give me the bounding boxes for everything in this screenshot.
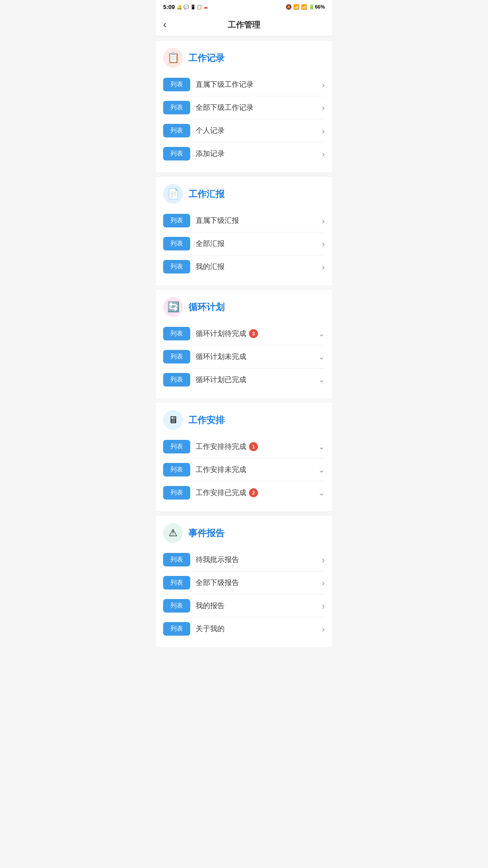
menu-item-incident-reports-3[interactable]: 列表关于我的› <box>163 618 325 640</box>
chevron-right-icon: › <box>322 578 325 588</box>
wifi-icon: 📶 <box>293 4 300 10</box>
section-cycle-plans: 🔄循环计划列表循环计划待完成3⌄列表循环计划未完成⌄列表循环计划已完成⌄ <box>156 290 332 398</box>
chevron-right-icon: › <box>322 239 325 249</box>
list-button-cycle-plans-0[interactable]: 列表 <box>163 327 190 340</box>
section-header-work-schedule: 🖥工作安排 <box>163 410 325 430</box>
list-button-work-reports-0[interactable]: 列表 <box>163 214 190 227</box>
page-title: 工作管理 <box>228 19 260 30</box>
menu-item-cycle-plans-1[interactable]: 列表循环计划未完成⌄ <box>163 345 325 368</box>
section-icon-incident-reports: ⚠ <box>163 523 183 543</box>
menu-item-work-records-3[interactable]: 列表添加记录› <box>163 142 325 165</box>
menu-item-incident-reports-1[interactable]: 列表全部下级报告› <box>163 571 325 594</box>
menu-item-cycle-plans-2[interactable]: 列表循环计划已完成⌄ <box>163 368 325 391</box>
chevron-right-icon: › <box>322 126 325 136</box>
menu-label-cycle-plans-2: 循环计划已完成 <box>196 375 318 385</box>
menu-item-work-reports-2[interactable]: 列表我的汇报› <box>163 255 325 278</box>
section-title-cycle-plans: 循环计划 <box>188 301 225 313</box>
menu-item-work-records-1[interactable]: 列表全部下级工作记录› <box>163 96 325 119</box>
chevron-down-icon: ⌄ <box>318 488 325 498</box>
menu-label-work-reports-0: 直属下级汇报 <box>196 216 322 226</box>
chevron-right-icon: › <box>322 262 325 272</box>
menu-item-work-records-2[interactable]: 列表个人记录› <box>163 119 325 142</box>
menu-label-work-reports-2: 我的汇报 <box>196 262 322 272</box>
menu-label-incident-reports-1: 全部下级报告 <box>196 578 322 588</box>
chevron-down-icon: ⌄ <box>318 329 325 339</box>
page-header: ‹ 工作管理 <box>156 14 332 36</box>
menu-label-incident-reports-3: 关于我的 <box>196 624 322 634</box>
section-header-cycle-plans: 🔄循环计划 <box>163 297 325 317</box>
chevron-down-icon: ⌄ <box>318 375 325 385</box>
list-button-work-schedule-0[interactable]: 列表 <box>163 440 190 453</box>
chevron-right-icon: › <box>322 80 325 90</box>
chevron-down-icon: ⌄ <box>318 352 325 362</box>
list-button-incident-reports-0[interactable]: 列表 <box>163 553 190 566</box>
section-incident-reports: ⚠事件报告列表待我批示报告›列表全部下级报告›列表我的报告›列表关于我的› <box>156 516 332 647</box>
menu-label-work-records-0: 直属下级工作记录 <box>196 80 322 90</box>
menu-item-work-schedule-1[interactable]: 列表工作安排未完成⌄ <box>163 458 325 481</box>
section-work-schedule: 🖥工作安排列表工作安排待完成1⌄列表工作安排未完成⌄列表工作安排已完成2⌄ <box>156 403 332 511</box>
section-header-work-records: 📋工作记录 <box>163 48 325 68</box>
section-title-work-reports: 工作汇报 <box>188 188 225 200</box>
list-button-cycle-plans-1[interactable]: 列表 <box>163 350 190 363</box>
chevron-right-icon: › <box>322 216 325 226</box>
back-button[interactable]: ‹ <box>163 19 166 31</box>
badge-work-schedule-2: 2 <box>249 488 258 497</box>
section-icon-cycle-plans: 🔄 <box>163 297 183 317</box>
list-button-incident-reports-3[interactable]: 列表 <box>163 622 190 636</box>
menu-item-cycle-plans-0[interactable]: 列表循环计划待完成3⌄ <box>163 322 325 345</box>
menu-item-work-schedule-2[interactable]: 列表工作安排已完成2⌄ <box>163 481 325 504</box>
section-title-incident-reports: 事件报告 <box>188 527 225 539</box>
status-bar: 5:09 🔔 💬 📱 📋 ☁ 🔕 📶 📶 🔋66% <box>156 0 332 14</box>
menu-item-incident-reports-2[interactable]: 列表我的报告› <box>163 594 325 618</box>
menu-label-work-records-2: 个人记录 <box>196 126 322 136</box>
list-button-work-schedule-1[interactable]: 列表 <box>163 463 190 476</box>
status-time: 5:09 🔔 💬 📱 📋 ☁ <box>163 4 208 10</box>
menu-label-work-records-1: 全部下级工作记录 <box>196 103 322 113</box>
section-work-reports: 📄工作汇报列表直属下级汇报›列表全部汇报›列表我的汇报› <box>156 177 332 285</box>
menu-label-work-schedule-1: 工作安排未完成 <box>196 465 318 475</box>
list-button-cycle-plans-2[interactable]: 列表 <box>163 373 190 387</box>
menu-item-work-reports-1[interactable]: 列表全部汇报› <box>163 232 325 255</box>
badge-cycle-plans-0: 3 <box>249 329 258 338</box>
menu-item-work-reports-0[interactable]: 列表直属下级汇报› <box>163 209 325 232</box>
section-work-records: 📋工作记录列表直属下级工作记录›列表全部下级工作记录›列表个人记录›列表添加记录… <box>156 41 332 172</box>
menu-item-work-records-0[interactable]: 列表直属下级工作记录› <box>163 73 325 96</box>
menu-label-incident-reports-2: 我的报告 <box>196 601 322 611</box>
menu-label-cycle-plans-0: 循环计划待完成3 <box>196 329 318 339</box>
menu-label-work-records-3: 添加记录 <box>196 149 322 159</box>
list-button-work-reports-2[interactable]: 列表 <box>163 260 190 274</box>
list-button-work-records-1[interactable]: 列表 <box>163 101 190 114</box>
chevron-right-icon: › <box>322 624 325 634</box>
chevron-right-icon: › <box>322 149 325 159</box>
list-button-work-records-3[interactable]: 列表 <box>163 147 190 160</box>
chevron-right-icon: › <box>322 103 325 113</box>
status-icons: 🔕 📶 📶 🔋66% <box>286 4 325 10</box>
section-icon-work-reports: 📄 <box>163 184 183 204</box>
list-button-incident-reports-1[interactable]: 列表 <box>163 576 190 590</box>
badge-work-schedule-0: 1 <box>249 442 258 451</box>
list-button-incident-reports-2[interactable]: 列表 <box>163 599 190 613</box>
signal-icon: 📶 <box>301 4 307 10</box>
notification-icons: 🔔 💬 📱 📋 ☁ <box>177 5 208 9</box>
list-button-work-records-2[interactable]: 列表 <box>163 124 190 137</box>
main-content: 📋工作记录列表直属下级工作记录›列表全部下级工作记录›列表个人记录›列表添加记录… <box>156 36 332 656</box>
chevron-down-icon: ⌄ <box>318 442 325 452</box>
chevron-right-icon: › <box>322 601 325 611</box>
battery-icon: 🔋66% <box>309 4 325 10</box>
chevron-down-icon: ⌄ <box>318 465 325 475</box>
section-title-work-records: 工作记录 <box>188 52 225 64</box>
section-title-work-schedule: 工作安排 <box>188 414 225 426</box>
menu-item-work-schedule-0[interactable]: 列表工作安排待完成1⌄ <box>163 435 325 458</box>
list-button-work-reports-1[interactable]: 列表 <box>163 237 190 250</box>
menu-item-incident-reports-0[interactable]: 列表待我批示报告› <box>163 548 325 571</box>
section-icon-work-schedule: 🖥 <box>163 410 183 430</box>
menu-label-work-reports-1: 全部汇报 <box>196 239 322 249</box>
section-icon-work-records: 📋 <box>163 48 183 68</box>
list-button-work-records-0[interactable]: 列表 <box>163 78 190 91</box>
mute-icon: 🔕 <box>286 4 292 10</box>
chevron-right-icon: › <box>322 555 325 565</box>
list-button-work-schedule-2[interactable]: 列表 <box>163 486 190 500</box>
menu-label-work-schedule-2: 工作安排已完成2 <box>196 488 318 498</box>
menu-label-cycle-plans-1: 循环计划未完成 <box>196 352 318 362</box>
section-header-incident-reports: ⚠事件报告 <box>163 523 325 543</box>
